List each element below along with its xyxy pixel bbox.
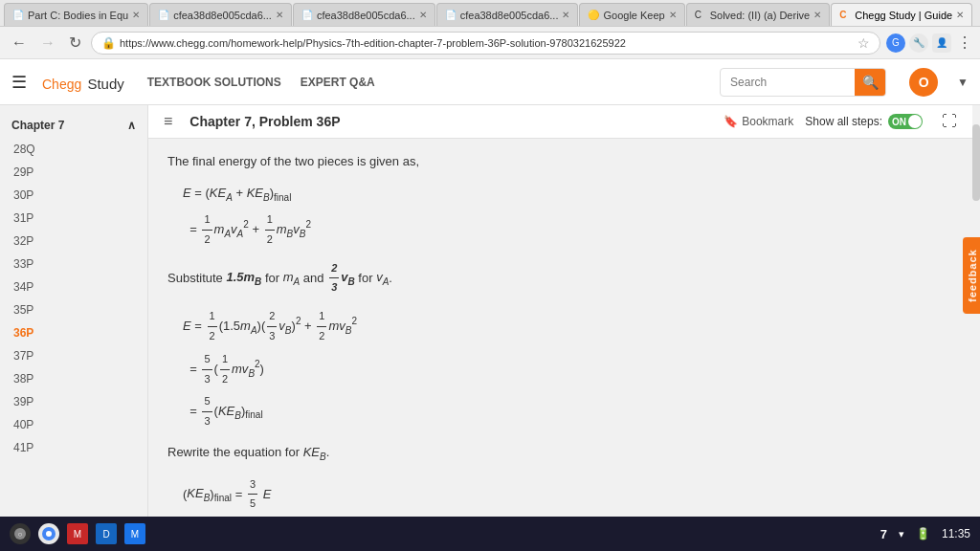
- sidebar-chapter-label: Chapter 7: [11, 119, 64, 132]
- sidebar-collapse-icon[interactable]: ∧: [127, 119, 136, 132]
- tab-favicon-3: 📄: [301, 10, 313, 21]
- tab-close-7[interactable]: ✕: [956, 10, 964, 20]
- bookmark-star-icon[interactable]: ☆: [858, 35, 870, 51]
- sidebar-item-36P[interactable]: 36P: [0, 321, 147, 344]
- bookmark-label: Bookmark: [742, 115, 793, 128]
- list-icon: ≡: [164, 113, 172, 130]
- sidebar-item-38P[interactable]: 38P: [0, 367, 147, 390]
- user-dropdown-arrow-icon[interactable]: ▼: [957, 76, 969, 89]
- toggle-thumb: [908, 115, 922, 128]
- scroll-thumb: [972, 124, 980, 201]
- sidebar-item-34P[interactable]: 34P: [0, 276, 147, 298]
- tab-favicon-4: 📄: [445, 10, 457, 21]
- tab-6[interactable]: C Solved: (II) (a) Derive ✕: [686, 3, 831, 26]
- sidebar-item-35P[interactable]: 35P: [0, 298, 147, 321]
- feedback-tab[interactable]: feedback: [963, 237, 980, 314]
- tab-close-1[interactable]: ✕: [132, 10, 140, 20]
- sidebar-item-40P[interactable]: 40P: [0, 413, 147, 436]
- equation-4: = 53(12mvB2): [183, 350, 953, 389]
- content-area: Chapter 7 ∧ 28Q 29P 30P 31P 32P 33P 34P …: [0, 105, 980, 517]
- sidebar-item-32P[interactable]: 32P: [0, 230, 147, 253]
- tab-4[interactable]: 📄 cfea38d8e005cda6... ✕: [436, 3, 579, 26]
- solution-content: The final energy of the two pieces is gi…: [148, 139, 972, 517]
- sidebar-item-28Q[interactable]: 28Q: [0, 138, 147, 161]
- chegg-study-label: Study: [87, 76, 123, 92]
- tab-label-4: cfea38d8e005cda6...: [460, 10, 559, 21]
- problem-header: ≡ Chapter 7, Problem 36P 🔖 Bookmark Show…: [148, 105, 972, 139]
- browser-menu-button[interactable]: ⋮: [957, 33, 972, 52]
- sidebar-item-39P[interactable]: 39P: [0, 390, 147, 413]
- ext-icon-2[interactable]: 🔧: [909, 33, 928, 53]
- chegg-header: ☰ Chegg Study TEXTBOOK SOLUTIONS EXPERT …: [0, 59, 980, 105]
- tab-label-3: cfea38d8e005cda6...: [317, 10, 415, 21]
- show-all-steps: Show all steps: ON: [805, 114, 923, 129]
- tab-2[interactable]: 📄 cfea38d8e005cda6... ✕: [149, 3, 292, 26]
- back-button[interactable]: ←: [8, 33, 31, 54]
- chegg-wordmark: Chegg: [42, 77, 81, 92]
- sidebar-item-37P[interactable]: 37P: [0, 344, 147, 367]
- hamburger-menu-icon[interactable]: ☰: [11, 72, 27, 93]
- show-steps-label: Show all steps:: [805, 115, 882, 128]
- tab-label-5: Google Keep: [603, 10, 664, 21]
- tab-close-5[interactable]: ✕: [669, 10, 677, 20]
- tab-label-2: cfea38d8e005cda6...: [173, 10, 272, 21]
- forward-button[interactable]: →: [36, 33, 59, 54]
- url-text: https://www.chegg.com/homework-help/Phys…: [120, 37, 854, 49]
- tab-close-6[interactable]: ✕: [813, 10, 821, 20]
- tab-close-3[interactable]: ✕: [419, 10, 427, 20]
- sidebar-item-30P[interactable]: 30P: [0, 184, 147, 207]
- rewrite-text: Rewrite the equation for KEB.: [167, 441, 953, 466]
- search-input[interactable]: [721, 76, 855, 89]
- tab-favicon-5: 🟡: [588, 10, 599, 21]
- tab-favicon-2: 📄: [158, 10, 169, 21]
- sidebar-item-31P[interactable]: 31P: [0, 207, 147, 230]
- equation-3: E = 12(1.5mA)(23vB)2 + 12mvB2: [183, 307, 953, 346]
- tab-close-2[interactable]: ✕: [276, 10, 283, 20]
- tab-label-1: Part C: Bodies in Equ: [28, 10, 128, 21]
- sidebar-item-33P[interactable]: 33P: [0, 253, 147, 276]
- search-box: 🔍: [720, 68, 886, 97]
- address-bar: ← → ↻ 🔒 https://www.chegg.com/homework-h…: [0, 27, 980, 59]
- equation-1: E = (KEA + KEB)final: [183, 182, 953, 207]
- user-avatar[interactable]: O: [909, 68, 938, 97]
- tab-3[interactable]: 📄 cfea38d8e005cda6... ✕: [293, 3, 435, 26]
- tab-1[interactable]: 📄 Part C: Bodies in Equ ✕: [4, 3, 148, 26]
- textbook-solutions-link[interactable]: TEXTBOOK SOLUTIONS: [147, 76, 281, 89]
- tab-label-7: Chegg Study | Guide: [855, 10, 952, 21]
- equation-5: = 53(KEB)final: [183, 392, 953, 431]
- tab-5[interactable]: 🟡 Google Keep ✕: [579, 3, 684, 26]
- bookmark-button[interactable]: 🔖 Bookmark: [724, 115, 793, 128]
- sidebar-item-29P[interactable]: 29P: [0, 161, 147, 184]
- tab-close-4[interactable]: ✕: [562, 10, 569, 20]
- tab-favicon-7: C: [839, 10, 851, 21]
- tab-7[interactable]: C Chegg Study | Guide ✕: [831, 3, 972, 26]
- equation-2: = 12mAvA2 + 12mBvB2: [183, 210, 953, 250]
- equation-6: (KEB)final = 35 E: [183, 475, 953, 515]
- expand-icon[interactable]: ⛶: [942, 113, 957, 130]
- tab-favicon-6: C: [695, 10, 706, 21]
- tab-bar: 📄 Part C: Bodies in Equ ✕ 📄 cfea38d8e005…: [0, 0, 980, 27]
- bookmark-icon: 🔖: [724, 115, 738, 128]
- sidebar-item-41P[interactable]: 41P: [0, 436, 147, 459]
- search-button[interactable]: 🔍: [855, 68, 885, 97]
- toggle-on-label: ON: [892, 117, 906, 127]
- expert-qa-link[interactable]: EXPERT Q&A: [301, 76, 375, 89]
- sidebar: Chapter 7 ∧ 28Q 29P 30P 31P 32P 33P 34P …: [0, 105, 148, 517]
- solution-intro: The final energy of the two pieces is gi…: [167, 150, 953, 172]
- ext-icon-3[interactable]: 👤: [932, 33, 951, 53]
- toggle-switch[interactable]: ON: [888, 114, 923, 129]
- ext-icon-1[interactable]: G: [886, 33, 905, 53]
- chegg-logo: Chegg Study: [42, 70, 124, 95]
- refresh-button[interactable]: ↻: [65, 32, 85, 54]
- url-bar[interactable]: 🔒 https://www.chegg.com/homework-help/Ph…: [91, 32, 880, 55]
- chegg-nav: TEXTBOOK SOLUTIONS EXPERT Q&A: [147, 76, 375, 89]
- lock-icon: 🔒: [101, 36, 116, 50]
- sidebar-chapter-heading: Chapter 7 ∧: [0, 113, 147, 138]
- tab-favicon-1: 📄: [12, 10, 24, 21]
- substitution-1-text: Substitute 1.5mB for mA and 23vB for vA.: [167, 259, 953, 298]
- tab-label-6: Solved: (II) (a) Derive: [710, 10, 811, 21]
- extension-icons: G 🔧 👤: [886, 33, 951, 53]
- main-content: ≡ Chapter 7, Problem 36P 🔖 Bookmark Show…: [148, 105, 972, 517]
- problem-title: Chapter 7, Problem 36P: [189, 114, 340, 129]
